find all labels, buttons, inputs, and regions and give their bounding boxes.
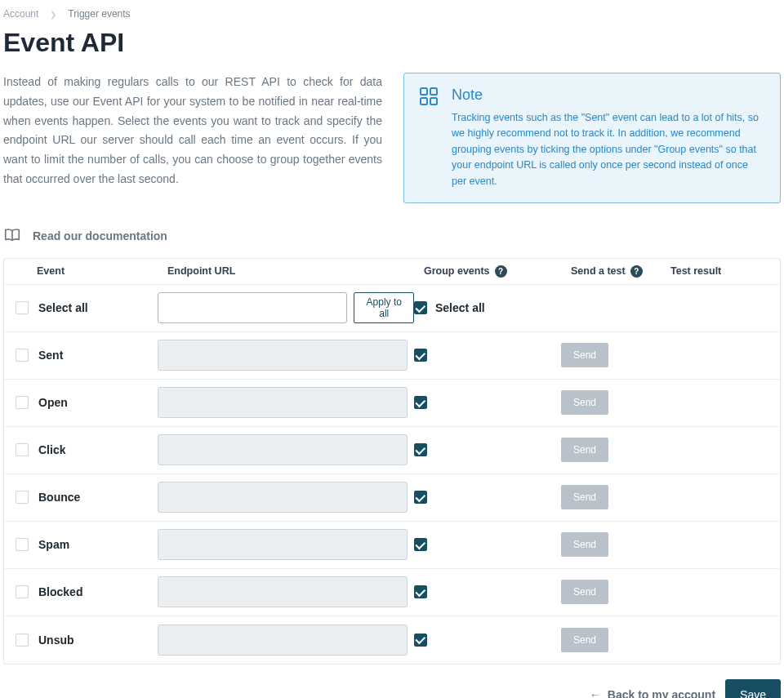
send-test-button[interactable]: Send	[561, 343, 608, 367]
svg-rect-3	[430, 98, 437, 104]
event-checkbox[interactable]	[16, 634, 29, 647]
event-label: Sent	[38, 349, 63, 362]
group-checkbox[interactable]	[414, 585, 427, 598]
back-to-account-link[interactable]: ← Back to my account	[590, 688, 715, 698]
group-checkbox[interactable]	[414, 634, 427, 647]
group-checkbox[interactable]	[414, 538, 427, 551]
help-icon[interactable]: ?	[630, 265, 643, 278]
save-button[interactable]: Save	[725, 679, 781, 698]
endpoint-url-input[interactable]	[158, 529, 408, 560]
table-row: UnsubSend	[4, 616, 780, 664]
select-all-group-label: Select all	[435, 301, 485, 314]
table-row: SpamSend	[4, 522, 780, 569]
group-checkbox[interactable]	[414, 396, 427, 409]
chevron-right-icon: ❯	[50, 10, 56, 19]
note-box: Note Tracking events such as the "Sent" …	[403, 73, 781, 203]
endpoint-url-input[interactable]	[158, 387, 408, 418]
select-all-group-checkbox[interactable]	[414, 301, 427, 314]
th-url: Endpoint URL	[167, 265, 424, 277]
page-title: Event API	[3, 28, 781, 58]
send-test-button[interactable]: Send	[561, 438, 608, 462]
endpoint-url-input[interactable]	[158, 482, 408, 513]
book-icon	[3, 226, 21, 247]
endpoint-url-input[interactable]	[158, 576, 408, 607]
help-icon[interactable]: ?	[495, 265, 507, 278]
event-label: Spam	[38, 538, 69, 551]
group-checkbox[interactable]	[414, 349, 427, 362]
apps-grid-icon	[419, 87, 439, 189]
event-checkbox[interactable]	[16, 349, 29, 362]
note-title: Note	[452, 87, 765, 104]
documentation-link[interactable]: Read our documentation	[3, 226, 781, 247]
select-all-label: Select all	[38, 301, 88, 314]
send-test-button[interactable]: Send	[561, 390, 608, 415]
table-row: BlockedSend	[4, 569, 780, 616]
event-checkbox[interactable]	[16, 491, 29, 504]
event-checkbox[interactable]	[16, 443, 29, 456]
footer-actions: ← Back to my account Save	[3, 665, 781, 698]
endpoint-url-input[interactable]	[158, 625, 408, 656]
intro-text: Instead of making regulars calls to our …	[3, 73, 382, 189]
apply-to-all-button[interactable]: Apply to all	[354, 292, 414, 323]
events-table: Event Endpoint URL Group events ? Send a…	[3, 258, 781, 665]
select-all-event-checkbox[interactable]	[16, 301, 29, 314]
event-checkbox[interactable]	[16, 396, 29, 409]
svg-rect-1	[430, 88, 437, 95]
back-label: Back to my account	[608, 688, 715, 698]
event-checkbox[interactable]	[16, 585, 29, 598]
send-test-button[interactable]: Send	[561, 532, 608, 557]
th-test-label: Send a test	[571, 265, 626, 277]
endpoint-url-input-all[interactable]	[158, 292, 347, 323]
send-test-button[interactable]: Send	[561, 628, 608, 652]
table-row: SentSend	[4, 332, 780, 380]
svg-rect-0	[421, 88, 427, 95]
documentation-link-label: Read our documentation	[33, 229, 167, 242]
endpoint-url-input[interactable]	[158, 340, 408, 371]
th-event: Event	[16, 265, 167, 277]
breadcrumb: Account ❯ Trigger events	[3, 7, 781, 28]
arrow-left-icon: ←	[590, 688, 601, 698]
note-text: Tracking events such as the "Sent" event…	[452, 110, 765, 189]
event-label: Unsub	[38, 634, 74, 647]
event-label: Open	[38, 396, 68, 409]
th-test: Send a test ?	[571, 265, 670, 278]
row-select-all: Select all Apply to all Select all	[4, 285, 780, 332]
endpoint-url-input[interactable]	[158, 434, 408, 465]
svg-rect-2	[421, 98, 427, 104]
event-label: Blocked	[38, 585, 82, 598]
table-header: Event Endpoint URL Group events ? Send a…	[4, 259, 780, 285]
group-checkbox[interactable]	[414, 491, 427, 504]
breadcrumb-current: Trigger events	[68, 8, 130, 20]
table-row: BounceSend	[4, 474, 780, 522]
th-group-label: Group events	[424, 265, 490, 277]
event-label: Click	[38, 443, 65, 456]
group-checkbox[interactable]	[414, 443, 427, 456]
table-row: ClickSend	[4, 427, 780, 474]
th-group: Group events ?	[424, 265, 571, 278]
event-label: Bounce	[38, 491, 80, 504]
breadcrumb-account-link[interactable]: Account	[3, 8, 38, 20]
table-row: OpenSend	[4, 380, 780, 427]
th-result: Test result	[670, 265, 768, 277]
send-test-button[interactable]: Send	[561, 580, 608, 604]
event-checkbox[interactable]	[16, 538, 29, 551]
send-test-button[interactable]: Send	[561, 485, 608, 509]
